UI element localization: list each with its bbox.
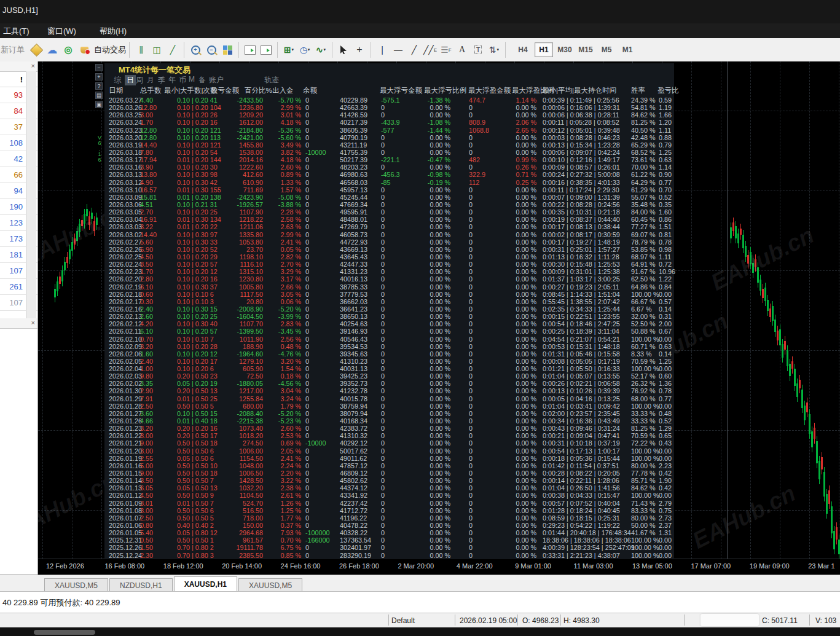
candlestick-chart-icon[interactable]: ◫ <box>149 42 165 57</box>
deposit-icon[interactable] <box>28 42 44 57</box>
close-icon[interactable]: × <box>31 62 35 70</box>
menu-window[interactable]: 窗口(W) <box>47 26 76 37</box>
cursor-tool-icon[interactable] <box>336 42 351 57</box>
menu-tools[interactable]: 工具(T) <box>3 26 29 37</box>
cell: 40.50 % <box>631 127 656 134</box>
new-chart-icon[interactable]: ⊞▾ <box>281 42 297 57</box>
timeframe-button-M15[interactable]: M15 <box>576 42 595 57</box>
autotrading-button[interactable]: 自动交易 <box>94 44 126 55</box>
cell: -3.88 % <box>252 201 301 208</box>
cell: 6.10 <box>140 283 153 291</box>
panel-tab-7[interactable]: 币 <box>179 75 186 85</box>
cell: 3.00 <box>140 507 153 514</box>
cell: 0.63 <box>659 343 672 350</box>
cell: 0.60 <box>659 372 672 380</box>
chart-tab-XAUUSD-H1[interactable]: XAUUSD,H1 <box>174 576 237 592</box>
column-header: 总手数 <box>140 86 162 95</box>
cell: 2.80 <box>140 275 153 283</box>
chart-area[interactable]: EAHub.cnEAHub.cnEAHub.cnEAHub.cnEAHub.cn… <box>0 61 840 575</box>
fibonacci-tool-icon[interactable]: ☰F <box>438 42 454 57</box>
chart-tab-XAUUSD-M5[interactable]: XAUUSD,M5 <box>44 578 108 592</box>
chart-tab-NZDUSD-H1[interactable]: NZDUSD,H1 <box>109 578 173 592</box>
text-tool-icon[interactable]: A <box>454 42 470 57</box>
cell: 0 <box>305 305 309 313</box>
cell: 1.77 % <box>252 514 301 522</box>
table-row: 2026.03.163.900.10 | 0.20 301222.602.60 … <box>104 163 674 171</box>
timeframe-button-H4[interactable]: H4 <box>514 42 532 57</box>
text-label-tool-icon[interactable]: T <box>470 42 486 57</box>
cell: 1.57 % <box>252 186 301 194</box>
time-axis[interactable]: 12 Feb 202616 Feb 08:0018 Feb 12:0020 Fe… <box>38 559 840 575</box>
table-row: 2025.12.261.500.70 | 0.80 219111.786.75 … <box>104 544 674 551</box>
panel-tab-1[interactable]: 综 <box>114 75 121 85</box>
table-row: 2026.01.143.500.50 | 0.50 71428.503.22 %… <box>104 477 674 484</box>
cloud-account-icon[interactable]: ☁ <box>44 42 60 57</box>
close-icon[interactable]: × <box>31 319 35 327</box>
timeframe-button-M5[interactable]: M5 <box>597 42 616 57</box>
signal-icon[interactable]: ◎ <box>60 42 76 57</box>
cell: 100.00 % <box>631 402 659 410</box>
new-order-button[interactable]: 新订单 <box>1 44 25 55</box>
horizontal-line-tool-icon[interactable]: — <box>390 42 406 57</box>
panel-tab-10[interactable]: 账户 <box>209 75 224 85</box>
cell: 45802.62 <box>340 477 367 484</box>
panel-help-icon[interactable]: ? <box>95 82 103 90</box>
timeframe-button-H1[interactable]: H1 <box>535 42 553 57</box>
cell: 0.67 <box>659 328 672 335</box>
panel-tab-3[interactable]: 周 <box>136 75 143 85</box>
panel-minimize-icon[interactable]: − <box>95 64 103 71</box>
cell: 0.00 % <box>412 514 450 522</box>
auto-scroll-icon[interactable] <box>242 42 258 57</box>
table-row: 2026.03.124.900.10 | 0.30 42610.901.33 %… <box>104 179 674 186</box>
panel-move-icon[interactable]: + <box>95 73 103 80</box>
timeframes-menu-icon[interactable]: ◷▾ <box>297 42 313 57</box>
panel-tab-8[interactable]: M <box>189 75 195 84</box>
channel-tool-icon[interactable]: ╱╱E <box>422 42 438 57</box>
cell: 0:33:31 | 2:21:23 | 4:38:07 <box>543 552 620 559</box>
chart-shift-icon[interactable] <box>258 42 274 57</box>
chart-tab-XAUUSD-M5[interactable]: XAUUSD,M5 <box>238 578 302 592</box>
autotrading-icon[interactable] <box>76 42 92 57</box>
cell: 0 <box>305 171 309 178</box>
cell: 0:01:31 | 0:05:46 | 0:15:58 <box>543 350 620 358</box>
arrows-tool-icon[interactable]: ⇅▾ <box>486 42 502 57</box>
cell: 0:00:22 | 0:08:28 | 0:24:56 <box>543 201 620 208</box>
panel-tab-4[interactable]: 月 <box>147 75 154 85</box>
cell: 0:00:08 | 0:05:05 | 0:17:19 <box>543 358 620 365</box>
cell: 0:00:39 | 0:11:49 | 0:25:56 <box>543 96 619 104</box>
menu-help[interactable]: 帮助(H) <box>100 26 127 37</box>
line-chart-icon[interactable]: ╱ <box>165 42 181 57</box>
candlestick <box>821 457 823 469</box>
cell: 0 <box>305 231 309 238</box>
status-divider <box>684 614 685 626</box>
indicators-menu-icon[interactable]: ∿▾ <box>313 42 329 57</box>
cell: 42.48 % <box>631 134 656 141</box>
panel-tab-11[interactable]: 轨迹 <box>264 75 279 85</box>
panel-grid-icon[interactable]: ▤ <box>95 92 103 99</box>
cell: 2026.01.19 <box>109 455 142 462</box>
cell: 2026.02.18 <box>109 291 142 298</box>
cell: 0.89 % <box>252 171 301 178</box>
table-row: 2026.01.219.000.50 | 0.50 18274.500.69 %… <box>104 439 674 447</box>
panel-tab-5[interactable]: 季 <box>158 75 165 85</box>
cell: 0 <box>381 238 385 246</box>
sidebar-scrollbar[interactable] <box>26 71 36 318</box>
trendline-tool-icon[interactable]: ╱ <box>406 42 422 57</box>
cell: 0.50 <box>140 536 153 544</box>
panel-tab-9[interactable]: 备 <box>198 75 206 85</box>
panel-copy-icon[interactable]: ▣ <box>95 101 103 108</box>
status-field[interactable]: Default <box>391 616 415 625</box>
cell: 33.33 % <box>631 410 656 417</box>
zoom-in-icon[interactable]: + <box>187 42 203 57</box>
crosshair-tool-icon[interactable]: + <box>351 42 367 57</box>
panel-tab-2[interactable]: 日 <box>125 75 136 85</box>
bar-chart-icon[interactable]: ⫼ <box>133 42 149 57</box>
vertical-line-tool-icon[interactable]: | <box>374 42 390 57</box>
zoom-out-icon[interactable]: − <box>203 42 219 57</box>
cell: 0.00 % <box>498 544 536 551</box>
timeframe-button-M1[interactable]: M1 <box>618 42 637 57</box>
timeframe-button-M30[interactable]: M30 <box>555 42 574 57</box>
tile-windows-icon[interactable] <box>219 42 235 57</box>
panel-tab-6[interactable]: 年 <box>168 75 176 85</box>
cell: 0.00 % <box>412 201 450 208</box>
